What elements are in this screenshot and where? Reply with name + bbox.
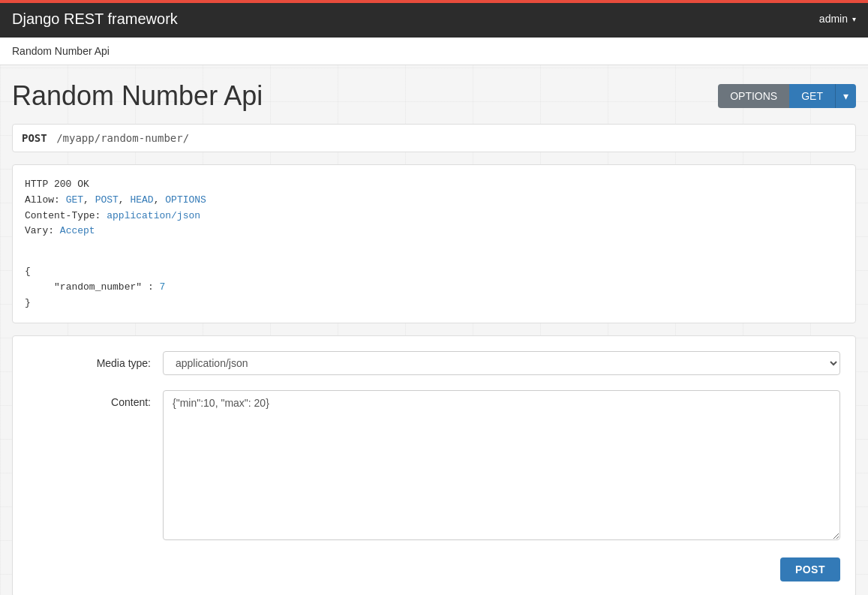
get-dropdown-button[interactable]: ▾ <box>835 84 856 108</box>
content-label: Content: <box>28 390 163 408</box>
response-allow-post[interactable]: POST <box>95 194 119 206</box>
breadcrumb-text: Random Number Api <box>12 45 110 57</box>
response-content-type-line: Content-Type: application/json <box>25 209 843 224</box>
json-value: 7 <box>160 281 166 293</box>
media-type-row: Media type: application/json text/html a… <box>28 351 840 375</box>
json-key: "random_number" <box>54 281 142 293</box>
navbar-username: admin <box>819 13 848 25</box>
response-json: { "random_number" : 7 } <box>25 264 843 311</box>
request-method: POST <box>22 132 47 144</box>
response-allow-head[interactable]: HEAD <box>130 194 153 206</box>
response-area: HTTP 200 OK Allow: GET, POST, HEAD, OPTI… <box>12 164 856 323</box>
form-section: Media type: application/json text/html a… <box>12 335 856 595</box>
content-textarea[interactable]: {"min":10, "max": 20} <box>163 390 840 540</box>
breadcrumb: Random Number Api <box>0 38 868 65</box>
response-vary-value: Accept <box>60 225 95 236</box>
header-buttons: OPTIONS GET ▾ <box>718 84 856 108</box>
response-allow-label: Allow: <box>25 194 60 206</box>
json-close-brace: } <box>25 296 843 311</box>
media-type-control-wrap: application/json text/html application/x… <box>163 351 840 375</box>
url-bar: POST /myapp/random-number/ <box>12 124 856 152</box>
content-control-wrap: {"min":10, "max": 20} <box>163 390 840 542</box>
response-status-line: HTTP 200 OK <box>25 177 843 193</box>
response-allow-get[interactable]: GET <box>66 194 83 206</box>
page-header: Random Number Api OPTIONS GET ▾ <box>12 80 856 112</box>
post-button[interactable]: POST <box>780 557 840 581</box>
response-vary-label: Vary: <box>25 225 54 236</box>
page-title: Random Number Api <box>12 80 263 112</box>
response-allow-line: Allow: GET, POST, HEAD, OPTIONS <box>25 193 843 209</box>
json-colon: : <box>148 281 154 293</box>
response-content-type-value: application/json <box>107 210 200 221</box>
main-content: Random Number Api OPTIONS GET ▾ POST /my… <box>0 65 868 595</box>
form-actions: POST <box>28 557 840 581</box>
response-allow-options[interactable]: OPTIONS <box>165 194 206 206</box>
media-type-label: Media type: <box>28 351 163 369</box>
navbar-user-menu[interactable]: admin ▾ <box>819 13 856 25</box>
response-content-type-label: Content-Type: <box>25 210 101 221</box>
request-url: /myapp/random-number/ <box>56 132 189 144</box>
navbar: Django REST framework admin ▾ <box>0 0 868 38</box>
json-open-brace: { <box>25 264 843 280</box>
navbar-caret-icon: ▾ <box>852 15 856 23</box>
options-button[interactable]: OPTIONS <box>718 84 789 108</box>
get-button[interactable]: GET <box>789 84 835 108</box>
response-vary-line: Vary: Accept <box>25 224 843 239</box>
response-status: HTTP 200 OK <box>25 179 89 190</box>
media-type-select[interactable]: application/json text/html application/x… <box>163 351 840 375</box>
navbar-brand[interactable]: Django REST framework <box>12 11 178 28</box>
content-row: Content: {"min":10, "max": 20} <box>28 390 840 542</box>
